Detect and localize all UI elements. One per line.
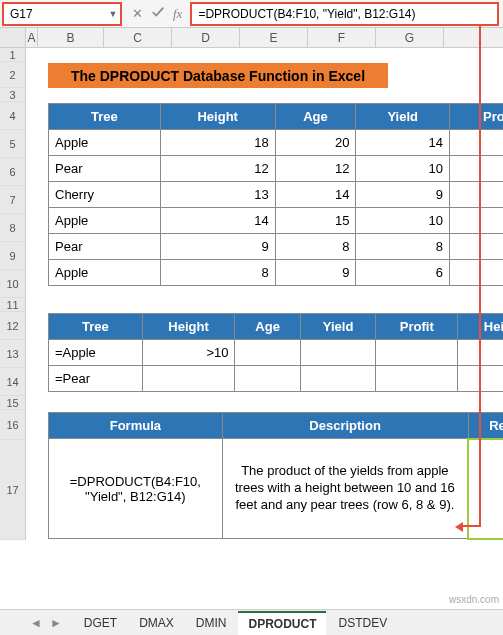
description-cell[interactable]: The product of the yields from apple tre…	[222, 439, 468, 539]
row-header[interactable]: 15	[0, 396, 26, 410]
name-box[interactable]: G17 ▼	[2, 2, 122, 26]
criteria-table: Tree Height Age Yield Profit Height =App…	[48, 313, 503, 392]
formula-buttons: ✕ fx	[124, 5, 190, 22]
table-row: Pear988$77	[49, 234, 504, 260]
table-row: Tree Height Age Yield Profit Height	[49, 314, 504, 340]
col-header-e[interactable]: E	[240, 28, 308, 47]
col-description[interactable]: Description	[222, 413, 468, 439]
col-header-c[interactable]: C	[104, 28, 172, 47]
col-profit[interactable]: Profit	[450, 104, 503, 130]
table-row: =Pear	[49, 366, 504, 392]
col-tree[interactable]: Tree	[49, 104, 161, 130]
row-header[interactable]: 9	[0, 242, 26, 270]
cancel-icon[interactable]: ✕	[132, 6, 143, 21]
result-cell[interactable]: 800	[468, 439, 503, 539]
row-header[interactable]: 6	[0, 158, 26, 186]
tab-scroll-left-icon[interactable]: ◄	[30, 616, 42, 630]
row-header[interactable]: 8	[0, 214, 26, 242]
row-header[interactable]: 1	[0, 48, 26, 62]
tab-dget[interactable]: DGET	[74, 612, 127, 634]
data-table: Tree Height Age Yield Profit Apple182014…	[48, 103, 503, 286]
col-header-a[interactable]: A	[26, 28, 38, 47]
col-result[interactable]: Result	[468, 413, 503, 439]
row-header[interactable]: 13	[0, 340, 26, 368]
row-header[interactable]: 16	[0, 410, 26, 440]
col-header-f[interactable]: F	[308, 28, 376, 47]
table-row: =Apple>10<16	[49, 340, 504, 366]
row-header[interactable]: 3	[0, 88, 26, 102]
formula-cell[interactable]: =DPRODUCT(B4:F10, "Yield", B12:G14)	[49, 439, 223, 539]
row-headers: 1 2 3 4 5 6 7 8 9 10 11 12 13 14 15 16 1…	[0, 48, 26, 540]
title-banner-cell[interactable]: The DPRODUCT Database Function in Excel	[48, 63, 388, 88]
row-header[interactable]: 4	[0, 102, 26, 130]
watermark: wsxdn.com	[449, 594, 499, 605]
page-title: The DPRODUCT Database Function in Excel	[48, 63, 388, 88]
table-row: Apple896$45	[49, 260, 504, 286]
table-row: Pear121210$96	[49, 156, 504, 182]
formula-input[interactable]: =DPRODUCT(B4:F10, "Yield", B12:G14)	[190, 2, 499, 26]
col-formula[interactable]: Formula	[49, 413, 223, 439]
col-header-b[interactable]: B	[38, 28, 104, 47]
arrow-head-icon	[455, 522, 463, 532]
tab-dmax[interactable]: DMAX	[129, 612, 184, 634]
row-header[interactable]: 17	[0, 440, 26, 540]
table-row: Tree Height Age Yield Profit	[49, 104, 504, 130]
formula-bar-row: G17 ▼ ✕ fx =DPRODUCT(B4:F10, "Yield", B1…	[0, 0, 503, 28]
col-height[interactable]: Height	[160, 104, 275, 130]
column-headers: A B C D E F G	[0, 28, 503, 48]
select-all-corner[interactable]	[0, 28, 26, 47]
col-header-g[interactable]: G	[376, 28, 444, 47]
table-row: Cherry13149$105	[49, 182, 504, 208]
row-header[interactable]: 7	[0, 186, 26, 214]
tab-dproduct[interactable]: DPRODUCT	[238, 611, 326, 635]
row-header[interactable]: 14	[0, 368, 26, 396]
row-header[interactable]: 10	[0, 270, 26, 298]
confirm-icon[interactable]	[151, 5, 165, 22]
row-header[interactable]: 11	[0, 298, 26, 312]
table-row: Apple182014$105	[49, 130, 504, 156]
col-age[interactable]: Age	[275, 104, 356, 130]
table-row: =DPRODUCT(B4:F10, "Yield", B12:G14) The …	[49, 439, 504, 539]
table-row: Apple141510$75	[49, 208, 504, 234]
name-box-dropdown-icon[interactable]: ▼	[106, 9, 120, 19]
fx-icon[interactable]: fx	[173, 6, 182, 22]
table-row: Formula Description Result	[49, 413, 504, 439]
result-table: Formula Description Result =DPRODUCT(B4:…	[48, 412, 503, 540]
name-box-value: G17	[4, 7, 106, 21]
tab-dstdev[interactable]: DSTDEV	[328, 612, 397, 634]
col-header-d[interactable]: D	[172, 28, 240, 47]
col-yield[interactable]: Yield	[356, 104, 450, 130]
row-header[interactable]: 12	[0, 312, 26, 340]
annotation-arrow	[479, 26, 481, 526]
tab-dmin[interactable]: DMIN	[186, 612, 237, 634]
sheet-tabs: ◄ ► DGET DMAX DMIN DPRODUCT DSTDEV	[0, 609, 503, 635]
row-header[interactable]: 2	[0, 62, 26, 88]
formula-text: =DPRODUCT(B4:F10, "Yield", B12:G14)	[198, 7, 415, 21]
row-header[interactable]: 5	[0, 130, 26, 158]
tab-scroll-right-icon[interactable]: ►	[50, 616, 62, 630]
